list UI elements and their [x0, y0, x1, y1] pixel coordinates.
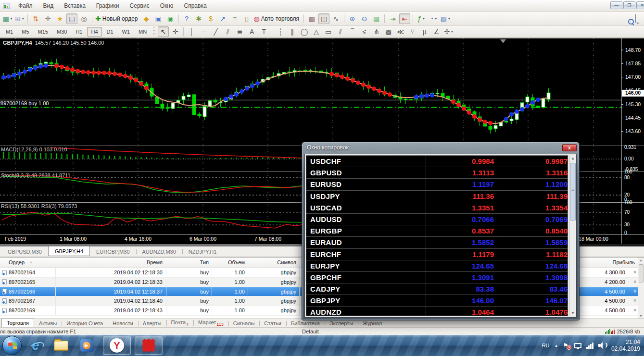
orders-header-time[interactable]: Время — [58, 259, 163, 265]
terminal-tab-4[interactable]: Алерты — [138, 319, 166, 327]
chart-tab-gbpjpy-h4[interactable]: GBPJPY,H4 — [48, 246, 90, 256]
indicators-button[interactable]: ƒ▾ — [416, 13, 427, 24]
crosshair-button[interactable]: ✛ — [170, 26, 181, 37]
chart-shift-button[interactable]: ⇤ — [399, 13, 410, 24]
scroll-thumb[interactable] — [639, 264, 644, 282]
cycle-lines-tool-button[interactable]: ┆ — [275, 26, 286, 37]
cycle-tool-button[interactable]: µ — [419, 26, 430, 37]
signals-button[interactable]: ◉ — [165, 13, 176, 24]
terminal-tab-0[interactable]: Торговля — [1, 318, 34, 327]
data-window-button[interactable]: ✛ — [42, 13, 53, 24]
terminal-tab-3[interactable]: Новости — [108, 319, 138, 327]
scroll-up-icon[interactable]: ▲ — [639, 258, 643, 262]
strategy-tester-button[interactable]: ◎ — [78, 13, 89, 24]
menu-item-0[interactable]: Файл — [13, 0, 38, 11]
chart-tab-gbpusd-m30[interactable]: GBPUSD,M30 — [1, 247, 48, 256]
options-button[interactable]: ✱ — [193, 13, 204, 24]
close-order-icon[interactable]: × — [633, 279, 636, 284]
fibo-channel-tool-button[interactable]: ⫽ — [335, 26, 346, 37]
sort-ascending-icon[interactable]: ▵ — [30, 259, 32, 264]
tray-clock[interactable]: 21:04 02.04.2019 — [611, 339, 640, 352]
terminal-tab-5[interactable]: Почта7 — [166, 319, 194, 328]
terminal-tab-8[interactable]: Статьи — [259, 319, 286, 327]
hidden-icons-button[interactable]: ▲ — [555, 344, 558, 348]
horizontal-line-tool-button[interactable]: ─ — [198, 26, 209, 37]
close-order-icon[interactable]: × — [633, 307, 636, 313]
restore-button[interactable]: ❐ — [623, 1, 635, 9]
zoom-out-button[interactable]: ⊖ — [359, 13, 370, 24]
equidistant-channel-tool-button[interactable]: ⫽ — [222, 26, 233, 37]
navigator-button[interactable]: ★ — [54, 13, 65, 24]
vertical-line-tool-button[interactable]: │ — [186, 26, 197, 37]
scroll-down-icon[interactable]: ▼ — [639, 314, 643, 318]
timeframe-h4[interactable]: H4 — [87, 27, 101, 37]
menu-item-5[interactable]: Окно — [155, 0, 179, 11]
quote-row-eurjpy[interactable]: EURJPY124.65124.68 — [306, 260, 568, 272]
zoom-in-button[interactable]: ⊕ — [347, 13, 358, 24]
fibo-expansion-tool-button[interactable]: ⋔ — [371, 26, 382, 37]
triangle-tool-button[interactable]: △ — [311, 26, 322, 37]
angle-tool-button[interactable]: ∠ — [431, 26, 442, 37]
templates-button[interactable]: ▨▾ — [440, 13, 451, 24]
action-center-flag-icon[interactable]: ⚑× — [563, 342, 569, 349]
orders-header-symbol[interactable]: Символ — [246, 259, 296, 265]
new-chart-button[interactable]: ▦▾ — [2, 13, 13, 24]
display-settings-icon[interactable] — [574, 343, 581, 348]
menu-item-2[interactable]: Вставка — [59, 0, 91, 11]
quote-row-audusd[interactable]: AUDUSD0.70660.7069 — [306, 214, 568, 225]
close-order-icon[interactable]: × — [633, 298, 636, 303]
taskbar-yandex-browser[interactable]: Y — [103, 336, 131, 355]
parallel-lines-tool-button[interactable]: ∥ — [287, 26, 298, 37]
terminal-button[interactable]: ▤ — [66, 13, 77, 24]
volume-icon[interactable] — [598, 342, 606, 349]
fullscreen-button[interactable]: ↗ — [217, 13, 228, 24]
menu-item-1[interactable]: Вид — [38, 0, 59, 11]
language-indicator[interactable]: RU — [542, 343, 550, 348]
chart-tab-eurgbp-m30[interactable]: EURGBP,M30 — [90, 247, 136, 256]
periods-button[interactable]: ◔▾ — [428, 13, 439, 24]
quote-row-eurgbp[interactable]: EURGBP0.85370.8540 — [306, 225, 568, 237]
print-preview-button[interactable]: ▯ — [241, 13, 253, 24]
quote-row-gbpjpy[interactable]: GBPJPY146.00146.07 — [306, 295, 568, 307]
accounts-button[interactable]: $ — [205, 13, 216, 24]
metaeditor-button[interactable]: ◆ — [141, 13, 152, 24]
fibo-arc-tool-button[interactable]: ⌒ — [347, 26, 358, 37]
terminal-tab-2[interactable]: История Счета — [62, 319, 108, 327]
andrews-pitchfork-tool-button[interactable]: ⑂ — [407, 26, 418, 37]
timeframe-m15[interactable]: M15 — [34, 27, 52, 37]
taskbar-metatrader[interactable] — [135, 336, 163, 355]
quotes-close-button[interactable]: x — [562, 144, 577, 151]
timeframe-m5[interactable]: M5 — [18, 27, 33, 37]
minimize-button[interactable]: — — [610, 1, 622, 9]
cursor-button[interactable]: ↖ — [158, 26, 169, 37]
terminal-tab-7[interactable]: Сигналы — [228, 319, 260, 327]
timeframe-m1[interactable]: M1 — [2, 27, 17, 37]
quote-row-euraud[interactable]: EURAUD1.58521.5859 — [306, 237, 568, 248]
chat-icon[interactable] — [635, 14, 636, 23]
quote-row-audnzd[interactable]: AUDNZD1.04641.0476 — [306, 307, 568, 316]
orders-header-volume[interactable]: Объем — [214, 259, 245, 265]
gann-fan-tool-button[interactable]: ≪ — [395, 26, 406, 37]
chart-tab-nzdjpy-h1[interactable]: NZDJPY,H1 — [182, 247, 223, 256]
auto-scroll-button[interactable]: ⇥ — [387, 13, 398, 24]
help-button[interactable]: ? — [181, 13, 192, 24]
taskbar-ie[interactable]: e — [25, 337, 46, 354]
timeframe-h1[interactable]: H1 — [72, 27, 86, 37]
ellipse-tool-button[interactable]: ◯ — [299, 26, 310, 37]
quotes-window-title[interactable]: Окно котировок — [302, 142, 579, 153]
quote-row-gbpchf[interactable]: GBPCHF1.30911.3098 — [306, 272, 568, 283]
quotes-list[interactable]: USDCHF0.99840.9987GBPUSD1.31131.3116EURU… — [306, 155, 568, 316]
fibo-fan-tool-button[interactable]: ≤ — [359, 26, 370, 37]
quote-row-cadjpy[interactable]: CADJPY83.3883.46 — [306, 283, 568, 295]
chart-tab-audnzd-m30[interactable]: AUDNZD,M30 — [136, 247, 182, 256]
menu-item-3[interactable]: Графики — [91, 0, 125, 11]
orders-scrollbar[interactable]: ▲▼ — [638, 258, 644, 319]
menu-item-6[interactable]: Справка — [179, 0, 212, 11]
timeframe-w1[interactable]: W1 — [118, 27, 134, 37]
menu-item-4[interactable]: Сервис — [125, 0, 155, 11]
taskbar-explorer[interactable] — [51, 337, 72, 354]
arrows-tool-button[interactable]: ✢▾ — [443, 26, 454, 37]
close-order-icon[interactable]: × — [633, 270, 636, 275]
scroll-up-icon[interactable]: ▲ — [571, 156, 575, 160]
scroll-down-icon[interactable]: ▼ — [571, 311, 575, 315]
